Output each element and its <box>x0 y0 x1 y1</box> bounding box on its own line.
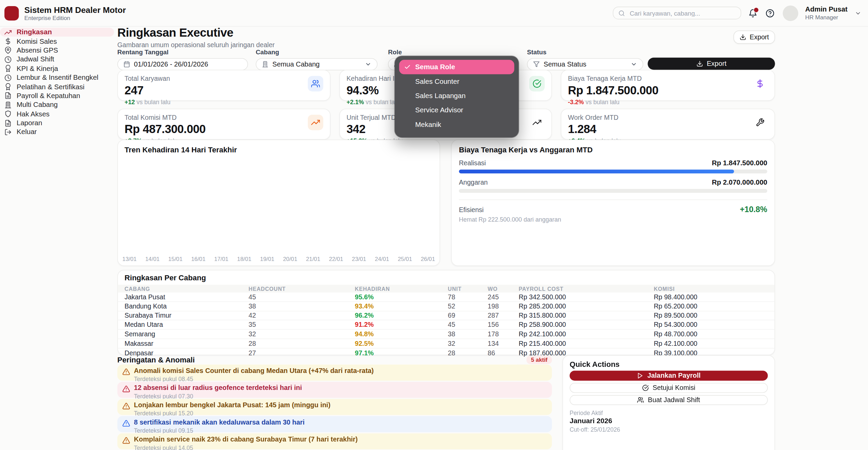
dollar-icon <box>4 38 12 45</box>
role-option-mekanik[interactable]: Mekanik <box>399 117 514 132</box>
kpi-value: Rp 487.300.000 <box>124 123 323 136</box>
column-header: KEHADIRAN <box>355 286 448 292</box>
cell-headcount: 28 <box>249 340 355 348</box>
role-option-service-advisor[interactable]: Service Advisor <box>399 103 514 117</box>
cell-headcount: 42 <box>249 312 355 319</box>
cell-attendance: 95.6% <box>355 293 448 301</box>
file-text-icon <box>4 119 12 127</box>
anggaran-value: Rp 2.070.000.000 <box>712 179 767 186</box>
cell-headcount: 45 <box>249 293 355 301</box>
alerts-count-badge: 5 aktif <box>527 355 552 363</box>
alert-text: Anomali komisi Sales Counter di cabang M… <box>134 367 546 375</box>
cell-wo: 134 <box>488 340 518 348</box>
status-select[interactable]: Semua Status <box>527 58 643 70</box>
x-tick: 13/01 <box>122 256 137 262</box>
app-window: Sistem HRM Dealer Motor Enterprise Editi… <box>0 0 868 450</box>
help-button[interactable] <box>765 8 775 18</box>
cell-komisi: Rp 48.700.000 <box>654 330 774 338</box>
x-tick: 24/01 <box>375 256 389 262</box>
sidebar-item-ringkasan[interactable]: Ringkasan <box>0 28 114 37</box>
cell-unit: 45 <box>448 321 488 329</box>
cell-attendance: 94.8% <box>355 330 448 338</box>
date-range-input[interactable]: 01/01/2026 - 26/01/2026 <box>117 58 248 70</box>
sidebar-item-keluar[interactable]: Keluar <box>0 128 114 137</box>
sidebar-item-laporan[interactable]: Laporan <box>0 118 114 128</box>
role-option-semua-role[interactable]: Semua Role <box>399 60 514 74</box>
page-title: Ringkasan Executive <box>117 26 233 40</box>
sidebar-item-komisi-sales[interactable]: Komisi Sales <box>0 37 114 46</box>
sidebar-item-lembur-insentif[interactable]: Lembur & Insentif Bengkel <box>0 73 114 82</box>
user-menu[interactable]: Admin Pusat HR Manager <box>805 5 848 21</box>
dollar-icon <box>756 79 765 88</box>
global-search[interactable] <box>613 7 741 20</box>
anggaran-bar-track <box>459 189 767 193</box>
alerts-title: Peringatan & Anomali <box>117 355 195 363</box>
award-icon <box>4 83 12 90</box>
status-select-value: Semua Status <box>544 60 586 68</box>
run-payroll-button[interactable]: Jalankan Payroll <box>570 371 768 380</box>
cell-branch: Bandung Kota <box>124 302 249 310</box>
chart-x-axis: 13/01 14/01 15/01 16/01 17/01 18/01 19/0… <box>122 256 435 262</box>
sidebar-item-multi-cabang[interactable]: Multi Cabang <box>0 100 114 110</box>
cell-wo: 198 <box>488 302 518 310</box>
approve-commission-button[interactable]: Setujui Komisi <box>570 383 768 393</box>
cutoff-date: Cut-off: 25/01/2026 <box>570 426 768 433</box>
sidebar-item-absensi-gps[interactable]: Absensi GPS <box>0 46 114 55</box>
sidebar-item-kpi-kinerja[interactable]: KPI & Kinerja <box>0 64 114 73</box>
kpi-delta: -3.2% <box>568 99 584 106</box>
avatar[interactable] <box>783 5 798 21</box>
cell-payroll: Rp 215.400.000 <box>519 340 654 348</box>
date-range-value: 01/01/2026 - 26/01/2026 <box>134 60 208 68</box>
export-button-filters[interactable]: Export <box>648 58 775 70</box>
trending-up-icon <box>533 118 541 127</box>
file-text-icon <box>4 92 12 99</box>
chevron-down-icon[interactable] <box>855 10 862 17</box>
filter-label: Role <box>388 49 494 56</box>
sidebar-item-jadwal-shift[interactable]: Jadwal Shift <box>0 55 114 64</box>
sidebar-item-label: Laporan <box>17 119 42 127</box>
cell-attendance: 92.5% <box>355 340 448 348</box>
users-icon <box>311 79 320 88</box>
cell-branch: Medan Utara <box>124 321 249 329</box>
cell-headcount: 32 <box>249 330 355 338</box>
x-tick: 18/01 <box>237 256 251 262</box>
search-input[interactable] <box>629 9 735 17</box>
building-icon <box>262 61 269 68</box>
kpi-card-work-order: Work Order MTD 1.284 +6.4% vs bulan lalu <box>561 109 775 139</box>
budget-panel-title: Biaya Tenaga Kerja vs Anggaran MTD <box>459 146 767 154</box>
shield-icon <box>4 110 12 117</box>
cell-komisi: Rp 65.200.000 <box>654 302 774 310</box>
sidebar-item-label: Hak Akses <box>17 110 50 118</box>
cell-attendance: 91.2% <box>355 321 448 329</box>
sidebar-item-hak-akses[interactable]: Hak Akses <box>0 109 114 118</box>
award-icon <box>4 65 12 72</box>
x-tick: 16/01 <box>191 256 205 262</box>
notifications-button[interactable] <box>748 8 758 18</box>
sidebar-item-label: Jadwal Shift <box>17 56 54 63</box>
sidebar-item-payroll-kepatuhan[interactable]: Payroll & Kepatuhan <box>0 91 114 100</box>
role-option-sales-counter[interactable]: Sales Counter <box>399 74 514 89</box>
quick-actions-title: Quick Actions <box>570 360 768 368</box>
warning-icon <box>122 368 130 376</box>
filter-branch: Cabang Semua Cabang <box>256 49 377 71</box>
sidebar: Ringkasan Komisi Sales Absensi GPS Jadwa… <box>0 28 114 137</box>
realisasi-bar-track <box>459 170 767 173</box>
trending-up-icon <box>311 118 320 127</box>
user-role: HR Manager <box>805 14 848 21</box>
cell-wo: 287 <box>488 312 518 319</box>
sidebar-item-pelatihan-sertifikasi[interactable]: Pelatihan & Sertifikasi <box>0 82 114 91</box>
export-button-top[interactable]: Export <box>734 31 775 44</box>
alert-item: 12 absensi di luar radius geofence terde… <box>117 382 552 398</box>
kpi-label: Total Karyawan <box>124 75 323 82</box>
cell-payroll: Rp 285.200.000 <box>519 302 654 310</box>
role-dropdown-menu: Semua Role Sales Counter Sales Lapangan … <box>395 56 519 137</box>
alert-time: Terdeteksi pukul 08.45 <box>134 376 546 382</box>
create-shift-schedule-button[interactable]: Buat Jadwal Shift <box>570 395 768 405</box>
download-icon <box>696 60 703 67</box>
cell-wo: 245 <box>488 293 518 301</box>
button-label: Setujui Komisi <box>653 384 695 392</box>
role-option-sales-lapangan[interactable]: Sales Lapangan <box>399 89 514 103</box>
x-tick: 26/01 <box>421 256 435 262</box>
branch-select[interactable]: Semua Cabang <box>256 58 377 70</box>
search-icon <box>618 10 625 17</box>
